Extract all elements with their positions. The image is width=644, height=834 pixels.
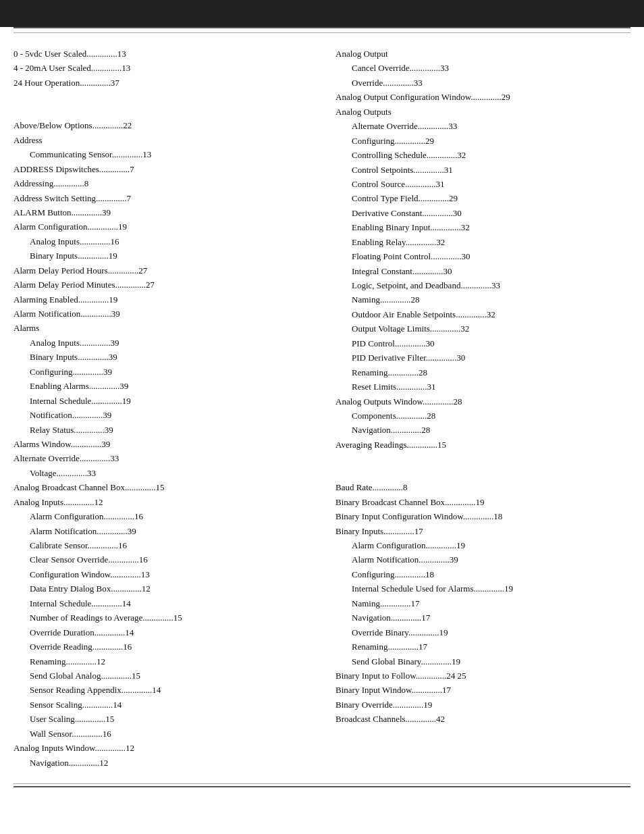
list-item: Enabling Relay..............32: [336, 235, 630, 249]
list-item: Integral Constant..............30: [336, 264, 630, 278]
list-item: Renaming..............28: [336, 365, 630, 380]
list-item: 4 - 20mA User Scaled..............13: [14, 61, 308, 75]
list-item: Alarm Delay Period Hours..............27: [14, 263, 308, 278]
list-item: Alarm Notification..............39: [336, 552, 630, 567]
left-column: 0 - 5vdc User Scaled..............134 - …: [14, 47, 329, 770]
list-item: PID Derivative Filter..............30: [336, 350, 630, 365]
list-item: Send Global Binary..............19: [336, 654, 630, 669]
list-item: Alarms Window..............39: [14, 437, 308, 451]
list-item: Analog Broadcast Channel Box............…: [14, 480, 308, 494]
list-item: Analog Output Configuration Window......…: [336, 90, 630, 104]
list-item: Naming..............28: [336, 292, 630, 307]
list-item: Floating Point Control..............30: [336, 249, 630, 263]
list-item: Configuring..............29: [336, 134, 630, 148]
list-item: Communicating Sensor..............13: [14, 147, 308, 161]
list-item: Reset Limits..............31: [336, 380, 630, 394]
list-item: Internal Schedule..............14: [14, 596, 308, 610]
list-item: Navigation..............28: [336, 423, 630, 437]
list-item: PID Control..............30: [336, 336, 630, 350]
list-item: Notification..............39: [14, 408, 308, 422]
list-item: Binary Input Window..............17: [336, 683, 630, 697]
list-item: Sensor Reading Appendix..............14: [14, 683, 308, 697]
list-item: Averaging Readings..............15: [336, 438, 630, 452]
list-item: Outdoor Air Enable Setpoints............…: [336, 307, 630, 321]
list-item: Address: [14, 133, 308, 147]
list-item: Binary Inputs..............17: [336, 524, 630, 538]
list-item: Addressing..............8: [14, 176, 308, 190]
list-item: Enabling Alarms..............39: [14, 379, 308, 393]
list-item: Alarming Enabled..............19: [14, 292, 308, 307]
list-item: Components..............28: [336, 409, 630, 423]
list-item: Baud Rate..............8: [336, 480, 630, 494]
list-item: Analog Output: [336, 47, 630, 61]
list-item: Alarm Notification..............39: [14, 524, 308, 538]
list-item: Override..............33: [336, 76, 630, 90]
list-item: Analog Inputs..............12: [14, 495, 308, 509]
list-item: Alarm Configuration..............19: [14, 219, 308, 234]
list-item: Alarm Configuration..............16: [14, 509, 308, 523]
list-item: Control Type Field..............29: [336, 191, 630, 205]
list-item: Controlling Schedule..............32: [336, 148, 630, 162]
list-item: Internal Schedule Used for Alarms.......…: [336, 581, 630, 596]
list-item: Binary Broadcast Channel Box............…: [336, 495, 630, 509]
list-item: Cancel Override..............33: [336, 61, 630, 75]
list-item: 24 Hour Operation..............37: [14, 76, 308, 90]
list-item: Alarm Configuration..............19: [336, 538, 630, 552]
list-item: Override Duration..............14: [14, 625, 308, 640]
list-item: Broadcast Channels..............42: [336, 712, 630, 726]
list-item: Number of Readings to Average...........…: [14, 610, 308, 625]
list-item: ALARM Button..............39: [14, 205, 308, 219]
list-item: Relay Status..............39: [14, 423, 308, 437]
list-item: Binary Input to Follow..............24 2…: [336, 669, 630, 683]
list-item: Override Reading..............16: [14, 640, 308, 654]
list-item: Send Global Analog..............15: [14, 669, 308, 683]
list-item: Address Switch Setting..............7: [14, 191, 308, 205]
list-item: Binary Inputs..............19: [14, 249, 308, 263]
list-item: Control Source..............31: [336, 177, 630, 191]
list-item: Sensor Scaling..............14: [14, 698, 308, 712]
list-item: 0 - 5vdc User Scaled..............13: [14, 47, 308, 61]
list-item: Analog Inputs..............16: [14, 234, 308, 249]
list-item: Renaming..............12: [14, 654, 308, 669]
list-item: Configuring..............18: [336, 567, 630, 581]
list-item: Configuring..............39: [14, 365, 308, 379]
list-item: ADDRESS Dipswitches..............7: [14, 162, 308, 176]
list-item: Internal Schedule..............19: [14, 394, 308, 408]
list-item: Alternate Override..............33: [336, 119, 630, 133]
list-item: Enabling Binary Input..............32: [336, 220, 630, 234]
list-item: Derivative Constant..............30: [336, 206, 630, 220]
list-item: Alternate Override..............33: [14, 451, 308, 465]
list-item: Renaming..............17: [336, 640, 630, 654]
list-item: Calibrate Sensor..............16: [14, 538, 308, 552]
page-header: [0, 0, 644, 27]
list-item: Binary Override..............19: [336, 698, 630, 712]
list-item: Naming..............17: [336, 596, 630, 610]
list-item: Binary Input Configuration Window.......…: [336, 509, 630, 523]
list-item: User Scaling..............15: [14, 712, 308, 726]
list-item: Alarms: [14, 321, 308, 335]
list-item: Output Voltage Limits..............32: [336, 321, 630, 336]
list-item: Above/Below Options..............22: [14, 118, 308, 132]
list-item: Analog Inputs Window..............12: [14, 741, 308, 755]
list-item: Wall Sensor..............16: [14, 727, 308, 741]
list-item: Clear Sensor Override..............16: [14, 552, 308, 567]
list-item: Control Setpoints..............31: [336, 163, 630, 177]
list-item: Override Binary..............19: [336, 625, 630, 640]
list-item: Navigation..............17: [336, 610, 630, 625]
list-item: Analog Inputs..............39: [14, 336, 308, 350]
list-item: Alarm Delay Period Minutes..............…: [14, 278, 308, 292]
right-column: Analog OutputCancel Override............…: [329, 47, 630, 770]
list-item: Navigation..............12: [14, 756, 308, 770]
list-item: Analog Outputs: [336, 105, 630, 119]
list-item: Analog Outputs Window..............28: [336, 394, 630, 409]
list-item: Binary Inputs..............39: [14, 350, 308, 364]
list-item: Data Entry Dialog Box..............12: [14, 581, 308, 596]
list-item: Configuration Window..............13: [14, 567, 308, 581]
list-item: Logic, Setpoint, and Deadband...........…: [336, 278, 630, 292]
list-item: Alarm Notification..............39: [14, 307, 308, 321]
list-item: Voltage..............33: [14, 466, 308, 480]
